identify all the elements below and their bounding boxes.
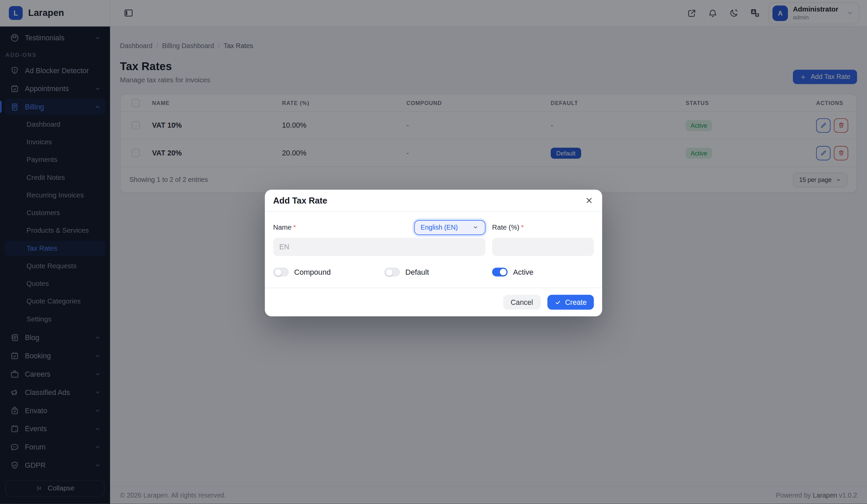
modal-footer: Cancel Create <box>265 288 602 317</box>
default-toggle[interactable] <box>384 268 400 276</box>
cancel-button[interactable]: Cancel <box>503 295 541 310</box>
required-asterisk: * <box>293 224 296 231</box>
name-label: Name* <box>273 224 296 231</box>
name-input[interactable] <box>273 238 486 256</box>
compound-toggle[interactable] <box>273 268 289 276</box>
check-icon <box>554 299 561 305</box>
rate-label: Rate (%)* <box>492 224 524 231</box>
name-field-group: Name* English (EN) <box>273 219 486 256</box>
modal-toggles: CompoundDefaultActive <box>273 268 594 288</box>
toggle-group-compound: Compound <box>273 268 384 276</box>
toggle-group-active: Active <box>492 268 594 276</box>
toggle-label: Default <box>405 268 429 276</box>
toggle-label: Compound <box>294 268 331 276</box>
active-toggle[interactable] <box>492 268 508 276</box>
close-icon[interactable] <box>585 196 594 205</box>
rate-field-group: Rate (%)* <box>492 219 594 256</box>
modal-body: Name* English (EN) Rate (%)* <box>265 212 602 288</box>
rate-input[interactable] <box>492 238 594 256</box>
add-tax-rate-modal: Add Tax Rate Name* English (EN) <box>265 190 602 317</box>
toggle-label: Active <box>513 268 533 276</box>
chevron-down-icon <box>472 224 479 230</box>
modal-header: Add Tax Rate <box>265 190 602 212</box>
create-button[interactable]: Create <box>547 295 594 310</box>
app-window: L Larapen A Administrator admin Testimon… <box>0 0 867 504</box>
modal-title: Add Tax Rate <box>273 195 328 205</box>
required-asterisk: * <box>521 224 524 231</box>
toggle-group-default: Default <box>384 268 492 276</box>
language-select[interactable]: English (EN) <box>414 220 485 235</box>
